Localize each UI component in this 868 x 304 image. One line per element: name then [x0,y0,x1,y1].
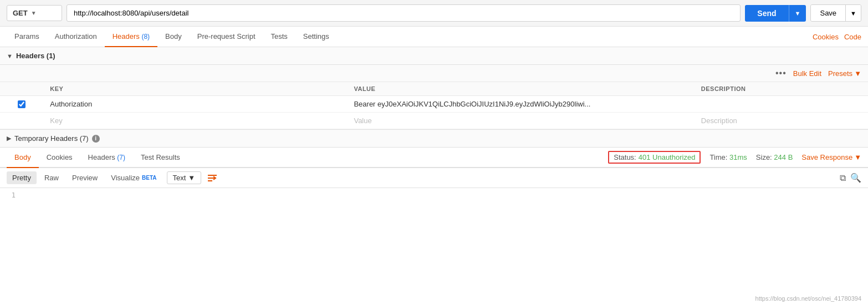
response-body: 1 [0,188,868,221]
line-number-1: 1 [0,191,22,199]
presets-label: Presets [828,69,852,78]
format-tab-visualize[interactable]: Visualize BETA [105,171,162,184]
headers-expand-icon: ▼ [7,53,13,59]
copy-icon[interactable]: ⧉ [840,173,846,183]
text-format-select[interactable]: Text ▼ [167,171,202,184]
col-key-header: KEY [43,82,347,96]
save-response-chevron-icon: ▼ [854,153,861,161]
format-tab-pretty[interactable]: Pretty [7,171,37,184]
response-format-bar: Pretty Raw Preview Visualize BETA Text ▼… [0,168,868,188]
temp-headers-title: Temporary Headers (7) [14,134,89,143]
response-format-right: ⧉ 🔍 [840,173,861,183]
method-label: GET [13,9,28,17]
placeholder-checkbox-cell [0,113,43,129]
bulk-edit-link[interactable]: Bulk Edit [793,69,821,78]
row-desc-cell[interactable] [695,96,868,113]
table-row: Authorization Bearer eyJ0eXAiOiJKV1QiLCJ… [0,96,868,113]
beta-badge: BETA [142,175,156,181]
tab-authorization[interactable]: Authorization [47,27,105,47]
row-key-cell[interactable]: Authorization [43,96,347,113]
presets-link[interactable]: Presets ▼ [828,69,861,78]
text-format-label: Text [173,174,186,182]
temp-headers-section[interactable]: ▶ Temporary Headers (7) i [0,130,868,148]
text-format-chevron-icon: ▼ [188,174,195,182]
response-tab-test-results[interactable]: Test Results [133,148,188,168]
tab-headers[interactable]: Headers (8) [105,27,157,47]
save-dropdown-button[interactable]: ▼ [845,5,861,21]
presets-chevron-icon: ▼ [854,69,861,78]
headers-table: KEY VALUE DESCRIPTION Authorization Bear… [0,82,868,129]
tab-params[interactable]: Params [7,27,47,47]
headers-section-header[interactable]: ▼ Headers (1) [0,47,868,65]
table-actions: ••• Bulk Edit Presets ▼ [0,65,868,82]
format-tab-raw[interactable]: Raw [39,171,64,184]
search-icon[interactable]: 🔍 [850,173,861,183]
row-checkbox-cell [0,96,43,113]
response-tab-cookies[interactable]: Cookies [39,148,80,168]
headers-section-title: Headers (1) [16,52,55,60]
save-response-label: Save Response [801,153,852,161]
word-wrap-button[interactable] [207,173,218,183]
temp-headers-expand-icon: ▶ [7,135,11,142]
save-button[interactable]: Save [811,5,845,21]
send-button[interactable]: Send [745,5,788,22]
tab-headers-badge: (8) [141,33,150,40]
top-bar: GET ▼ Send ▼ Save ▼ [0,0,868,27]
save-response-link[interactable]: Save Response ▼ [801,153,861,161]
size-value: 244 B [774,153,793,161]
status-value: 401 Unauthorized [639,153,696,161]
status-label: Status: [614,153,636,161]
placeholder-desc-cell[interactable]: Description [695,113,868,129]
tab-body[interactable]: Body [157,27,190,47]
response-line-1: 1 [0,188,868,202]
col-desc-header: DESCRIPTION [695,82,868,96]
row-checkbox[interactable] [18,100,25,108]
method-chevron-icon: ▼ [31,10,37,16]
placeholder-value-cell[interactable]: Value [347,113,694,129]
send-dropdown-button[interactable]: ▼ [789,5,806,22]
word-wrap-icon [207,173,218,183]
table-header-row: KEY VALUE DESCRIPTION [0,82,868,96]
headers-section: ▼ Headers (1) ••• Bulk Edit Presets ▼ KE… [0,47,868,130]
table-placeholder-row: Key Value Description [0,113,868,129]
placeholder-key-cell[interactable]: Key [43,113,347,129]
time-label: Time: 31ms [709,153,747,161]
visualize-label: Visualize [111,174,140,182]
request-tabs: Params Authorization Headers (8) Body Pr… [0,27,868,47]
method-select[interactable]: GET ▼ [7,5,62,21]
response-tab-headers-label: Headers [88,153,118,161]
row-value-cell[interactable]: Bearer eyJ0eXAiOiJKV1QiLCJhbGciOiJIUzI1N… [347,96,694,113]
code-link[interactable]: Code [844,33,861,41]
send-button-group: Send ▼ [745,5,806,22]
tab-tests[interactable]: Tests [263,27,295,47]
size-label: Size: 244 B [756,153,793,161]
response-tab-headers[interactable]: Headers (7) [80,148,133,168]
time-value: 31ms [729,153,747,161]
status-box: Status: 401 Unauthorized [608,151,701,164]
response-status-bar: Status: 401 Unauthorized Time: 31ms Size… [608,151,861,164]
col-checkbox [0,82,43,96]
save-button-group: Save ▼ [810,4,861,22]
url-input[interactable] [67,4,741,22]
cookies-link[interactable]: Cookies [813,33,839,41]
response-tab-body[interactable]: Body [7,148,39,168]
response-tabs: Body Cookies Headers (7) Test Results St… [0,148,868,168]
more-options-icon[interactable]: ••• [775,68,787,78]
temp-headers-info-icon[interactable]: i [92,135,100,143]
response-tab-headers-badge: (7) [117,154,125,161]
format-tab-preview[interactable]: Preview [67,171,103,184]
tab-settings[interactable]: Settings [295,27,337,47]
line-content-1 [22,191,868,199]
col-value-header: VALUE [347,82,694,96]
tab-right-actions: Cookies Code [813,33,861,41]
tab-prerequest[interactable]: Pre-request Script [190,27,263,47]
tab-headers-label: Headers [113,32,142,40]
